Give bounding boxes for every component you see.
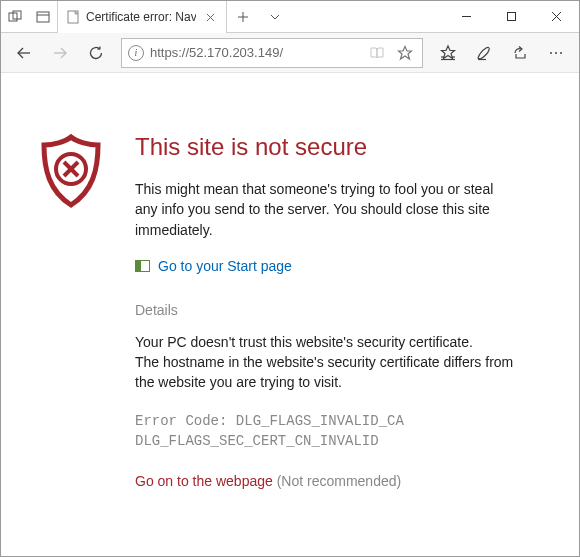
error-heading: This site is not secure [135, 133, 515, 161]
titlebar: Certificate error: Naviga [1, 1, 579, 33]
page-icon [66, 10, 80, 24]
new-tab-button[interactable] [227, 1, 259, 33]
svg-point-21 [550, 52, 552, 54]
refresh-button[interactable] [79, 36, 113, 70]
error-page-content: This site is not secure This might mean … [1, 73, 579, 519]
reading-view-button[interactable] [366, 42, 388, 64]
tab-close-button[interactable] [202, 9, 218, 25]
url-text: https://52.170.203.149/ [150, 45, 360, 60]
more-button[interactable] [539, 36, 573, 70]
forward-button[interactable] [43, 36, 77, 70]
details-text: Your PC doesn't trust this website's sec… [135, 332, 515, 393]
warning-text: This might mean that someone's trying to… [135, 179, 515, 240]
svg-point-22 [555, 52, 557, 54]
browser-tab[interactable]: Certificate error: Naviga [58, 1, 227, 33]
maximize-button[interactable] [489, 1, 534, 32]
svg-point-23 [560, 52, 562, 54]
favorite-button[interactable] [394, 42, 416, 64]
toolbar: i https://52.170.203.149/ [1, 33, 579, 73]
error-code: Error Code: DLG_FLAGS_INVALID_CA DLG_FLA… [135, 411, 515, 452]
start-tile-icon [135, 260, 150, 272]
proceed-note: (Not recommended) [273, 473, 401, 489]
svg-marker-15 [399, 46, 412, 59]
minimize-button[interactable] [444, 1, 489, 32]
window-controls [444, 1, 579, 32]
show-tabs-button[interactable] [29, 1, 57, 32]
back-button[interactable] [7, 36, 41, 70]
tab-preview-toggle[interactable] [259, 1, 291, 33]
window-tab-set-buttons [1, 1, 58, 32]
close-window-button[interactable] [534, 1, 579, 32]
start-page-link-label: Go to your Start page [158, 258, 292, 274]
tab-title: Certificate error: Naviga [86, 10, 196, 24]
start-page-link[interactable]: Go to your Start page [135, 258, 515, 274]
share-button[interactable] [503, 36, 537, 70]
proceed-row: Go on to the webpage (Not recommended) [135, 473, 515, 489]
notes-button[interactable] [467, 36, 501, 70]
svg-rect-10 [508, 13, 516, 21]
proceed-link[interactable]: Go on to the webpage [135, 473, 273, 489]
svg-rect-2 [37, 12, 49, 22]
details-toggle[interactable]: Details [135, 302, 515, 318]
address-bar[interactable]: i https://52.170.203.149/ [121, 38, 423, 68]
favorites-hub-button[interactable] [431, 36, 465, 70]
set-aside-tabs-button[interactable] [1, 1, 29, 32]
site-info-icon[interactable]: i [128, 45, 144, 61]
shield-warning-icon [35, 133, 107, 211]
